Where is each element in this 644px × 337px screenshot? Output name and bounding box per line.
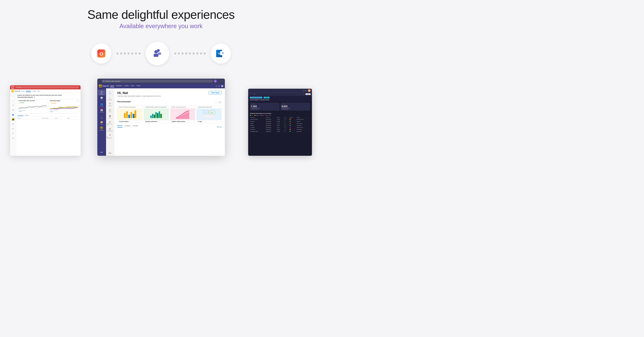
- new-report-button[interactable]: + New report: [208, 91, 222, 94]
- svg-rect-33: [134, 110, 136, 118]
- svg-rect-34: [150, 115, 152, 118]
- left-sidebar-fav[interactable]: ☆: [11, 99, 15, 102]
- office-icon-circle[interactable]: O: [91, 43, 112, 63]
- report-card-2[interactable]: Ronald Richards featured this dashboard: [144, 105, 169, 123]
- svg-rect-25: [101, 127, 102, 129]
- tabs-section: Recent In Teams Favorite See all: [118, 125, 222, 129]
- left-sidebar-word[interactable]: W: [11, 122, 15, 126]
- pbi-sidebar-shared[interactable]: ⇄ Shared with me: [107, 120, 113, 126]
- refresh-icon-right[interactable]: ↻: [254, 93, 256, 95]
- right-icon-1[interactable]: ⊙: [303, 90, 304, 91]
- sidebar-more-btn[interactable]: •••: [98, 150, 106, 154]
- pbi-sidebar-favorites[interactable]: ☆ Favorites: [107, 96, 113, 101]
- left-sidebar-excel[interactable]: X: [11, 127, 15, 131]
- next-arrow[interactable]: ›: [218, 101, 222, 104]
- tab-recent[interactable]: Recent: [118, 125, 122, 128]
- customer-yoy: 21%: [284, 118, 289, 120]
- detailed-table-section: Detailed Information by Customer Low Med…: [248, 112, 312, 133]
- left-nav-home[interactable]: Home: [22, 90, 25, 92]
- pbi-sidebar-workspaces[interactable]: ⊞ Workspaces: [107, 127, 113, 132]
- sidebar-item-files[interactable]: 📁 Files: [98, 120, 106, 126]
- right-icon-3[interactable]: ?: [306, 90, 307, 91]
- table-row: Adventure Works $6,313,326 11,567 21% Ro…: [250, 118, 310, 120]
- customer-risk: [289, 120, 296, 122]
- report-card-1[interactable]: Darlene Robertson featured this: [118, 105, 142, 123]
- left-nav-datasets[interactable]: Datasets: [26, 90, 31, 92]
- address-bar-text: Search or type command: [106, 80, 120, 82]
- right-top-bar: ⊙ ⚙ ? A: [248, 89, 312, 92]
- close-btn-chrome[interactable]: ✕: [222, 80, 223, 82]
- svg-rect-32: [133, 114, 134, 118]
- pbi-nav-datasets[interactable]: Datasets: [116, 85, 122, 87]
- pbi-sidebar-goals[interactable]: ◎ Goals: [107, 108, 113, 113]
- sidebar-item-chat[interactable]: 💬 Chat: [98, 96, 106, 101]
- back-icon-right[interactable]: ←: [250, 93, 251, 95]
- sidebar-item-teams[interactable]: 👥 Teams: [98, 102, 106, 107]
- svg-rect-38: [157, 113, 158, 118]
- left-sidebar-myc[interactable]: 📋: [11, 108, 15, 112]
- tab-favorite[interactable]: Favorite: [132, 125, 138, 128]
- search-bar-left[interactable]: 🔍 Search: [15, 86, 79, 88]
- pbi-sidebar-recent[interactable]: ⏱ Recent: [107, 102, 113, 107]
- pbi-nav-about[interactable]: About: [136, 85, 140, 87]
- pbi-content: ⊙ Activity 💬 Chat 👥 Teams 📅 Calendar: [97, 88, 225, 156]
- report-card-3[interactable]: Bessie Cooper featured this Sup: [170, 105, 195, 123]
- pbi-nav-learn[interactable]: Learn: [131, 85, 134, 87]
- notifications-icon[interactable]: ⊙: [216, 85, 217, 87]
- left-nav-learn[interactable]: Learn: [37, 90, 40, 92]
- settings-icon[interactable]: ⚙: [218, 85, 220, 87]
- report-card-4[interactable]: Annette Black featured this TC App: [196, 105, 222, 123]
- left-sidebar-more[interactable]: •••: [11, 136, 15, 140]
- tab-recent[interactable]: Recent: [25, 115, 28, 116]
- customer-risk: [289, 122, 296, 124]
- svg-rect-40: [160, 114, 162, 118]
- chrome-nav-btns: ‹ ›: [99, 80, 101, 82]
- pbi-sidebar-apps[interactable]: ▦ Apps: [107, 114, 113, 119]
- detailed-table-title: Detailed Information by Customer: [250, 113, 310, 114]
- avatar-chrome[interactable]: N: [214, 80, 217, 83]
- table-row: Southridge Video $3,957,555 10,867 6% Ma…: [250, 130, 310, 132]
- close-button-right[interactable]: Close: [306, 93, 310, 95]
- svg-rect-15: [13, 119, 13, 120]
- customer-yoy: 52%: [284, 124, 289, 126]
- pbi-sidebar-home[interactable]: ⌂ Home: [107, 90, 113, 95]
- left-sidebar-ppt[interactable]: P: [11, 132, 15, 135]
- outlook-icon-circle[interactable]: ✉ O: [211, 43, 231, 63]
- fullscreen-icon[interactable]: ⬜: [221, 85, 223, 87]
- tab-all-datasets[interactable]: All datasets: [18, 115, 24, 116]
- tab-in-teams[interactable]: In Teams: [124, 125, 130, 128]
- maximize-btn[interactable]: □: [220, 80, 221, 82]
- pbi-nav-create[interactable]: Create: [124, 85, 129, 87]
- dataset-card-2[interactable]: Marketing insights ⬡ ↑ Promoted: [49, 99, 79, 113]
- customer-yoy: 8%: [284, 120, 289, 122]
- svg-rect-22: [101, 86, 101, 87]
- see-all-link[interactable]: See all: [217, 126, 222, 128]
- sidebar-item-activity[interactable]: ⊙ Activity: [98, 90, 106, 95]
- left-nav-create[interactable]: Create: [32, 90, 36, 92]
- pbi-nav-home[interactable]: Home: [110, 85, 114, 87]
- customer-owner: Mai Shiran: [296, 130, 310, 132]
- back-btn[interactable]: ‹: [99, 80, 100, 82]
- forward-btn[interactable]: ›: [100, 80, 101, 82]
- pbi-sidebar-more[interactable]: •••: [109, 152, 111, 154]
- sidebar-item-calendar[interactable]: 📅 Calendar: [98, 108, 106, 113]
- sidebar-item-calls[interactable]: 📞 Calls: [98, 114, 106, 120]
- kpi-card-1: ▲ +14% 7,163 Closed Opportunities in $19…: [250, 103, 280, 111]
- dataset-card-1[interactable]: Product MAU, DAU, and NPS ✓ Certified Ow…: [18, 99, 48, 113]
- bookmark-icon-right[interactable]: ☆: [303, 93, 304, 95]
- prev-arrow[interactable]: ‹: [215, 101, 218, 104]
- customer-yoy: 6%: [284, 130, 289, 132]
- left-sidebar-home[interactable]: ⌂: [11, 94, 15, 98]
- col-workspace: Work...: [67, 118, 79, 119]
- minimize-btn[interactable]: —: [218, 80, 219, 82]
- sidebar-item-powerbi[interactable]: Power BI: [98, 126, 106, 132]
- right-icon-2[interactable]: ⚙: [305, 90, 306, 91]
- teams-icon-circle[interactable]: [146, 42, 169, 65]
- svg-rect-24: [101, 128, 101, 129]
- left-sidebar-pbi[interactable]: [11, 117, 15, 121]
- pbi-sidebar-myworkspace[interactable]: ⊡ My workspace: [107, 133, 113, 139]
- forward-icon-right[interactable]: →: [252, 93, 253, 95]
- address-bar[interactable]: 🔍 Search or type command: [102, 80, 213, 83]
- left-sidebar-teams[interactable]: 👥: [11, 113, 15, 116]
- left-sidebar-recent[interactable]: ⏱: [11, 103, 15, 107]
